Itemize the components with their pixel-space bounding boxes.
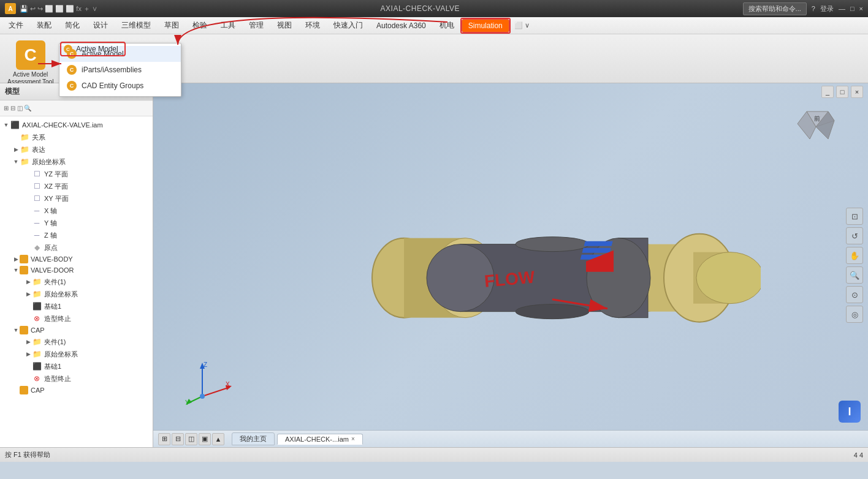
tab-axial[interactable]: AXIAL-CHECK-...iam × [277, 434, 363, 445]
zoom-btn[interactable]: 🔍 [846, 266, 863, 284]
plane-icon: ☐ [32, 169, 42, 179]
active-model-tool[interactable]: C Active Model Assessment Tool [5, 38, 56, 88]
tree-item-yz[interactable]: ▶ ☐ YZ 平面 [0, 168, 153, 180]
tree-arrow[interactable]: ▶ [25, 279, 32, 285]
app-icon: A [5, 3, 16, 14]
status-numbers: 4 4 [854, 451, 863, 459]
tree-arrow[interactable]: ▶ [25, 339, 32, 345]
tree-item-valve-door[interactable]: ▼ VALVE-DOOR [0, 265, 153, 276]
vp-layout3[interactable]: ◫ [185, 433, 197, 445]
tree-label-clamp1: 夹件(1) [44, 277, 66, 287]
tree-item-end2[interactable]: ▶ ⊗ 造型终止 [0, 372, 153, 385]
menu-electro[interactable]: 机电 [433, 18, 460, 32]
axis-icon: ─ [32, 206, 42, 216]
tree-item-xaxis[interactable]: ▶ ─ X 轴 [0, 205, 153, 217]
menu-sketch[interactable]: 草图 [158, 18, 185, 32]
tree-item-zaxis[interactable]: ▶ ─ Z 轴 [0, 229, 153, 241]
tree-label-cap1: CAP [31, 326, 45, 334]
tree-item-cap2[interactable]: ▶ CAP [0, 385, 153, 396]
orbit-btn[interactable]: ⊙ [846, 286, 863, 303]
tree-arrow[interactable]: ▶ [25, 351, 32, 357]
menu-file[interactable]: 文件 [2, 18, 29, 32]
menu-3d[interactable]: 三维模型 [115, 18, 157, 32]
vp-layout1[interactable]: ⊞ [158, 433, 170, 445]
tree-item-cap1[interactable]: ▼ CAP [0, 325, 153, 336]
svg-text:Z: Z [204, 361, 207, 368]
tree-item-relations[interactable]: ▶ 📁 关系 [0, 131, 153, 143]
viewport[interactable]: _ □ × 前 [153, 83, 868, 447]
active-model-icon: C [67, 49, 77, 59]
tree-item-clamp1[interactable]: ▶ 📁 夹件(1) [0, 276, 153, 288]
vp-up[interactable]: ▲ [212, 433, 224, 445]
tree-arrow[interactable]: ▼ [2, 122, 10, 128]
menu-view[interactable]: 视图 [271, 18, 298, 32]
tab-home[interactable]: 我的主页 [232, 432, 275, 445]
pan-btn[interactable]: ✋ [846, 247, 863, 264]
tree-item-base1[interactable]: ▶ ⬛ 基础1 [0, 300, 153, 312]
tree-label-end1: 造型终止 [44, 314, 71, 323]
menu-design[interactable]: 设计 [87, 18, 114, 32]
search-box[interactable]: 搜索帮助和命令... [743, 2, 807, 15]
menu-quickstart[interactable]: 快速入门 [327, 18, 369, 32]
tree-arrow[interactable]: ▶ [12, 146, 20, 153]
tree-arrow[interactable]: ▼ [12, 159, 20, 165]
menu-environment[interactable]: 环境 [299, 18, 326, 32]
minimize-btn[interactable]: — [839, 5, 845, 12]
extra-controls[interactable]: ⬜ ∨ [514, 21, 530, 29]
vp-layout4[interactable]: ▣ [199, 433, 211, 445]
dropdown-item-active-model[interactable]: C Active Model [59, 46, 181, 62]
zoom-extents-btn[interactable]: ⊡ [846, 208, 863, 225]
right-controls: ⊡ ↺ ✋ 🔍 ⊙ ◎ [846, 208, 863, 323]
nav-cube[interactable]: 前 [794, 105, 837, 148]
signin-btn[interactable]: 登录 [820, 4, 834, 13]
panel-toolbar: ⊞ ⊟ ◫ 🔍 [0, 100, 153, 116]
dropdown-item-iparts[interactable]: C iParts/iAssemblies [59, 62, 181, 78]
tree-item-base2[interactable]: ▶ ⬛ 基础1 [0, 360, 153, 372]
tree-item-xz[interactable]: ▶ ☐ XZ 平面 [0, 180, 153, 192]
toolbar-icons[interactable]: ⊞ ⊟ ◫ 🔍 [4, 105, 31, 111]
close-btn[interactable]: × [859, 5, 863, 12]
menu-simulation[interactable]: Simulation [462, 19, 509, 32]
vp-minimize[interactable]: _ [821, 86, 834, 98]
tree-item-express[interactable]: ▶ 📁 表达 [0, 143, 153, 156]
viewport-top-bar: _ □ × [153, 83, 868, 100]
tree-item-end1[interactable]: ▶ ⊗ 造型终止 [0, 312, 153, 325]
tree-item-coords[interactable]: ▼ 📁 原始坐标系 [0, 156, 153, 168]
menu-manage[interactable]: 管理 [243, 18, 270, 32]
look-btn[interactable]: ◎ [846, 306, 863, 323]
main-content: × ? 模型 ▽ 🔍 ⊞ ⊟ ◫ 🔍 ▼ ⬛ AXIAL-CHECK-VALVE… [0, 83, 868, 447]
menu-assembly[interactable]: 装配 [31, 18, 58, 32]
tree-item-yaxis[interactable]: ▶ ─ Y 轴 [0, 217, 153, 229]
maximize-btn[interactable]: □ [850, 5, 855, 12]
tree-item-valve-body[interactable]: ▶ VALVE-BODY [0, 254, 153, 265]
menu-a360[interactable]: Autodesk A360 [370, 20, 432, 32]
tree-item-coords3[interactable]: ▶ 📁 原始坐标系 [0, 348, 153, 360]
vp-layout2[interactable]: ⊟ [172, 433, 184, 445]
tree-label-yz: YZ 平面 [44, 170, 68, 179]
tree-item-clamp2[interactable]: ▶ 📁 夹件(1) [0, 336, 153, 348]
tree-label-yaxis: Y 轴 [44, 219, 57, 228]
tree-item-coords2[interactable]: ▶ 📁 原始坐标系 [0, 288, 153, 300]
tree-arrow[interactable]: ▼ [12, 267, 20, 273]
vp-maximize[interactable]: □ [836, 86, 848, 98]
tree-arrow[interactable]: ▼ [12, 327, 20, 333]
dropdown-item-cad-groups[interactable]: C CAD Entity Groups [59, 78, 181, 94]
svg-rect-24 [584, 241, 613, 246]
tree-label-origin: 原点 [44, 243, 58, 252]
vp-close[interactable]: × [851, 86, 863, 98]
tree-arrow[interactable]: ▶ [12, 256, 20, 262]
help-btn[interactable]: ? [812, 5, 815, 12]
rotate-btn[interactable]: ↺ [846, 227, 863, 244]
tree-item-xy[interactable]: ▶ ☐ XY 平面 [0, 192, 153, 205]
tree-item-root[interactable]: ▼ ⬛ AXIAL-CHECK-VALVE.iam [0, 119, 153, 131]
menu-simplify[interactable]: 简化 [59, 18, 86, 32]
menu-inspect[interactable]: 检验 [186, 18, 213, 32]
toolbar-area: C Active Model Assessment Tool C Active … [0, 34, 868, 83]
part-icon2 [20, 266, 28, 274]
tree-label-xaxis: X 轴 [44, 206, 57, 216]
tree-item-origin[interactable]: ▶ ◆ 原点 [0, 241, 153, 254]
tree-arrow[interactable]: ▶ [25, 291, 32, 297]
menu-tools[interactable]: 工具 [215, 18, 242, 32]
tab-close-btn[interactable]: × [351, 436, 355, 442]
quick-access-toolbar[interactable]: 💾 ↩ ↪ ⬜ ⬜ ⬜ fx ＋ ∨ [20, 4, 97, 13]
